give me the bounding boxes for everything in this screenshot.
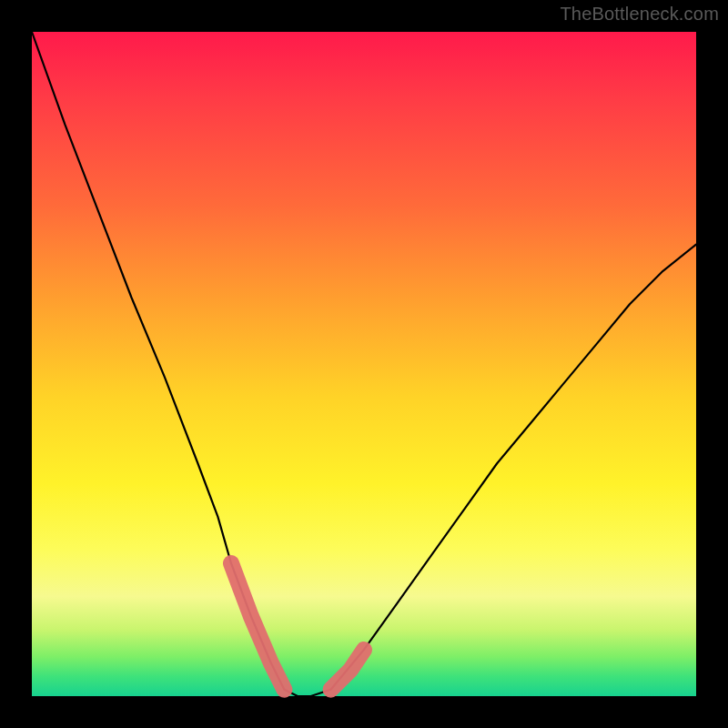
plot-area <box>32 32 696 696</box>
watermark-text: TheBottleneck.com <box>560 4 719 25</box>
curve-svg <box>32 32 696 696</box>
highlight-right <box>331 650 365 690</box>
chart-frame: TheBottleneck.com <box>0 0 728 728</box>
bottleneck-curve <box>32 32 696 696</box>
highlight-left <box>231 563 284 690</box>
